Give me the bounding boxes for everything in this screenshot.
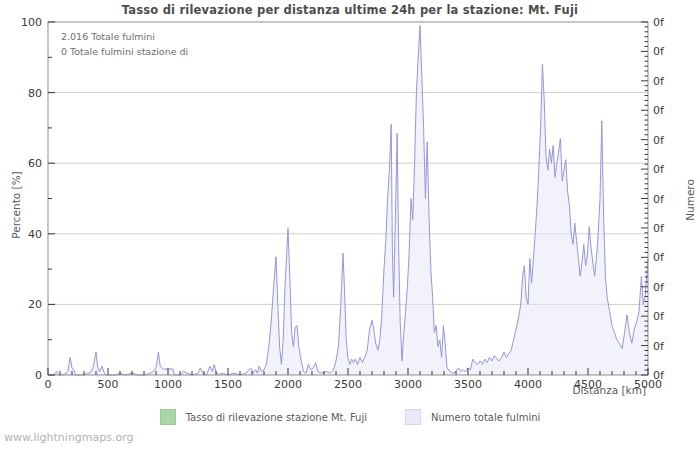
svg-text:0f: 0f <box>653 281 665 294</box>
watermark-link[interactable]: www.lightningmaps.org <box>4 431 134 444</box>
svg-text:0f: 0f <box>653 193 665 206</box>
svg-text:2500: 2500 <box>334 378 362 391</box>
svg-text:100: 100 <box>21 16 42 29</box>
legend-swatch-detection-rate <box>160 409 176 425</box>
svg-text:2000: 2000 <box>274 378 302 391</box>
svg-text:20: 20 <box>28 298 42 311</box>
svg-text:0f: 0f <box>653 251 665 264</box>
svg-text:1500: 1500 <box>214 378 242 391</box>
annotation-station-strikes: 0 Totale fulmini stazione di <box>61 46 188 57</box>
svg-text:4000: 4000 <box>514 378 542 391</box>
chart-window: 0500100015002000250030003500400045005000… <box>0 0 700 450</box>
svg-text:3500: 3500 <box>454 378 482 391</box>
svg-text:3000: 3000 <box>394 378 422 391</box>
svg-text:0: 0 <box>45 378 52 391</box>
svg-text:0f: 0f <box>653 75 665 88</box>
svg-text:80: 80 <box>28 87 42 100</box>
svg-text:40: 40 <box>28 228 42 241</box>
svg-text:500: 500 <box>98 378 119 391</box>
y-axis-right-tick-labels: 0f0f0f0f0f0f0f0f0f0f0f0f0f <box>653 16 665 382</box>
y-axis-left-ticks <box>48 22 55 375</box>
series-area-1 <box>48 26 648 376</box>
svg-text:0f: 0f <box>653 369 665 382</box>
legend-label-total-strikes: Numero totale fulmini <box>431 412 540 423</box>
svg-text:0f: 0f <box>653 222 665 235</box>
chart-title: Tasso di rilevazione per distanza ultime… <box>0 3 700 17</box>
y-axis-right-title: Numero <box>684 179 696 221</box>
svg-text:0f: 0f <box>653 163 665 176</box>
legend: Tasso di rilevazione stazione Mt. Fuji N… <box>0 409 700 425</box>
svg-text:60: 60 <box>28 157 42 170</box>
svg-text:0f: 0f <box>653 45 665 58</box>
svg-text:0f: 0f <box>653 104 665 117</box>
legend-swatch-total-strikes <box>405 409 421 425</box>
y-axis-left-title: Percento [%] <box>10 171 22 238</box>
svg-text:0f: 0f <box>653 16 665 29</box>
legend-label-detection-rate: Tasso di rilevazione stazione Mt. Fuji <box>186 412 367 423</box>
annotation-total-strikes: 2.016 Totale fulmini <box>61 31 155 42</box>
legend-item-detection-rate: Tasso di rilevazione stazione Mt. Fuji <box>160 409 367 425</box>
y-axis-left-tick-labels: 020406080100 <box>21 16 42 382</box>
legend-item-total-strikes: Numero totale fulmini <box>405 409 540 425</box>
plot-canvas: 0500100015002000250030003500400045005000… <box>0 0 700 450</box>
svg-text:0f: 0f <box>653 310 665 323</box>
svg-text:0: 0 <box>35 369 42 382</box>
x-axis-tick-labels: 0500100015002000250030003500400045005000 <box>45 378 663 391</box>
svg-text:1000: 1000 <box>154 378 182 391</box>
x-axis-title: Distanza [km] <box>573 384 646 396</box>
svg-text:0f: 0f <box>653 340 665 353</box>
svg-text:0f: 0f <box>653 134 665 147</box>
